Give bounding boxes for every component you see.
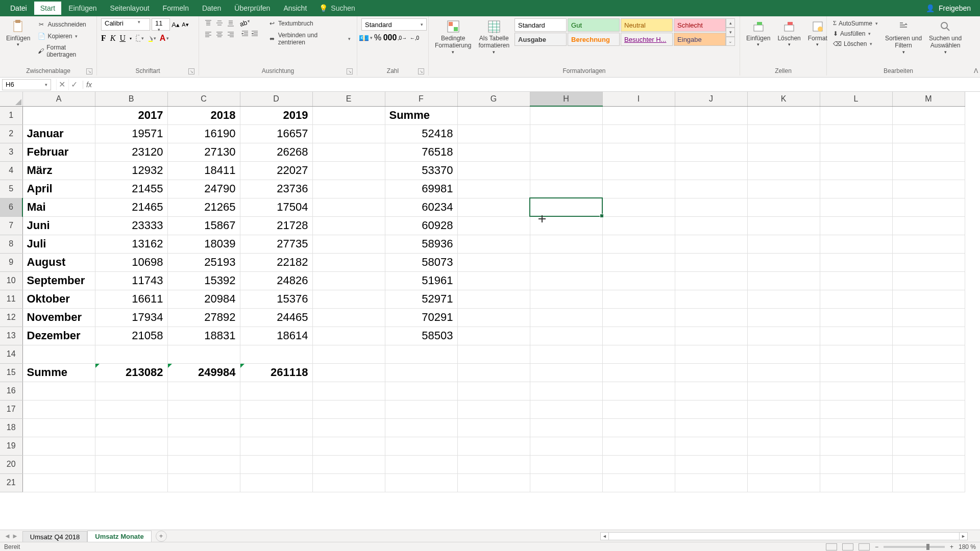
cell-F3[interactable]: 76518 (385, 143, 457, 161)
cell-H15[interactable] (530, 363, 602, 382)
cell-F10[interactable]: 51961 (385, 271, 457, 290)
align-right-button[interactable] (226, 30, 236, 40)
cell-L21[interactable] (820, 473, 892, 492)
row-header-19[interactable]: 19 (0, 437, 22, 455)
cell-L2[interactable] (820, 124, 892, 143)
cell-B11[interactable]: 16611 (95, 290, 167, 308)
select-all-corner[interactable] (0, 92, 22, 106)
cell-K1[interactable] (747, 106, 820, 124)
cell-I19[interactable] (602, 437, 675, 455)
cell-C11[interactable]: 20984 (167, 290, 240, 308)
cell-E7[interactable] (312, 216, 385, 235)
cell-H7[interactable] (530, 216, 602, 235)
cell-H21[interactable] (530, 473, 602, 492)
cell-K16[interactable] (747, 382, 820, 400)
row-header-8[interactable]: 8 (0, 235, 22, 253)
cell-G11[interactable] (457, 290, 530, 308)
cell-F6[interactable]: 60234 (385, 198, 457, 216)
bold-button[interactable]: F (101, 34, 106, 43)
cell-E5[interactable] (312, 180, 385, 198)
decrease-decimal-button[interactable]: ←,0 (410, 34, 419, 42)
row-header-12[interactable]: 12 (0, 308, 22, 327)
cell-I4[interactable] (602, 161, 675, 180)
dialog-launcher-icon[interactable]: ↘ (86, 68, 92, 74)
cell-K19[interactable] (747, 437, 820, 455)
cell-F2[interactable]: 52418 (385, 124, 457, 143)
cell-C14[interactable] (167, 345, 240, 363)
clear-button[interactable]: ⌫Löschen (831, 39, 880, 48)
cell-A12[interactable]: November (22, 308, 95, 327)
cell-E9[interactable] (312, 253, 385, 271)
col-header-F[interactable]: F (385, 92, 457, 106)
cell-G18[interactable] (457, 418, 530, 437)
cell-J19[interactable] (675, 437, 747, 455)
paste-button[interactable]: Einfügen▾ (4, 18, 32, 48)
cell-E2[interactable] (312, 124, 385, 143)
cell-G14[interactable] (457, 345, 530, 363)
cell-A16[interactable] (22, 382, 95, 400)
cell-M9[interactable] (892, 253, 965, 271)
cell-F9[interactable]: 58073 (385, 253, 457, 271)
cell-E17[interactable] (312, 400, 385, 418)
col-header-M[interactable]: M (892, 92, 965, 106)
cell-I2[interactable] (602, 124, 675, 143)
col-header-J[interactable]: J (675, 92, 747, 106)
cell-E4[interactable] (312, 161, 385, 180)
cell-F17[interactable] (385, 400, 457, 418)
cell-E14[interactable] (312, 345, 385, 363)
zoom-out-button[interactable]: − (875, 543, 878, 550)
row-header-1[interactable]: 1 (0, 106, 22, 124)
cell-C6[interactable]: 21265 (167, 198, 240, 216)
cell-D7[interactable]: 21728 (240, 216, 312, 235)
font-color-button[interactable]: A (160, 34, 168, 42)
delete-cells-button[interactable]: Löschen▾ (775, 18, 802, 48)
cell-D13[interactable]: 18614 (240, 327, 312, 345)
cell-M5[interactable] (892, 180, 965, 198)
cell-K8[interactable] (747, 235, 820, 253)
cell-B13[interactable]: 21058 (95, 327, 167, 345)
cell-K18[interactable] (747, 418, 820, 437)
cell-A20[interactable] (22, 455, 95, 473)
col-header-G[interactable]: G (457, 92, 530, 106)
number-format-select[interactable]: Standard▾ (361, 18, 427, 31)
cell-B12[interactable]: 17934 (95, 308, 167, 327)
cell-A3[interactable]: Februar (22, 143, 95, 161)
cell-H2[interactable] (530, 124, 602, 143)
cell-G17[interactable] (457, 400, 530, 418)
cell-L9[interactable] (820, 253, 892, 271)
cell-I15[interactable] (602, 363, 675, 382)
cell-A18[interactable] (22, 418, 95, 437)
increase-font-icon[interactable]: A▴ (172, 20, 180, 29)
cell-J9[interactable] (675, 253, 747, 271)
cell-L20[interactable] (820, 455, 892, 473)
menu-tab-pagelayout[interactable]: Seitenlayout (104, 2, 156, 15)
borders-button[interactable] (136, 34, 144, 42)
cell-K13[interactable] (747, 327, 820, 345)
cell-M16[interactable] (892, 382, 965, 400)
cell-F1[interactable]: Summe (385, 106, 457, 124)
cell-C21[interactable] (167, 473, 240, 492)
cell-I21[interactable] (602, 473, 675, 492)
row-header-21[interactable]: 21 (0, 473, 22, 492)
cell-E18[interactable] (312, 418, 385, 437)
cell-L8[interactable] (820, 235, 892, 253)
cell-A7[interactable]: Juni (22, 216, 95, 235)
cell-E8[interactable] (312, 235, 385, 253)
cell-F18[interactable] (385, 418, 457, 437)
cell-I17[interactable] (602, 400, 675, 418)
row-header-16[interactable]: 16 (0, 382, 22, 400)
cell-J6[interactable] (675, 198, 747, 216)
cell-G10[interactable] (457, 271, 530, 290)
cell-K14[interactable] (747, 345, 820, 363)
cell-D21[interactable] (240, 473, 312, 492)
cell-C5[interactable]: 24790 (167, 180, 240, 198)
cell-A8[interactable]: Juli (22, 235, 95, 253)
cell-C2[interactable]: 16190 (167, 124, 240, 143)
cell-M13[interactable] (892, 327, 965, 345)
fill-button[interactable]: ⬇Ausfüllen (831, 29, 880, 38)
cell-D5[interactable]: 23736 (240, 180, 312, 198)
cell-C7[interactable]: 15867 (167, 216, 240, 235)
cell-F4[interactable]: 53370 (385, 161, 457, 180)
align-left-button[interactable] (203, 30, 213, 40)
cell-G12[interactable] (457, 308, 530, 327)
